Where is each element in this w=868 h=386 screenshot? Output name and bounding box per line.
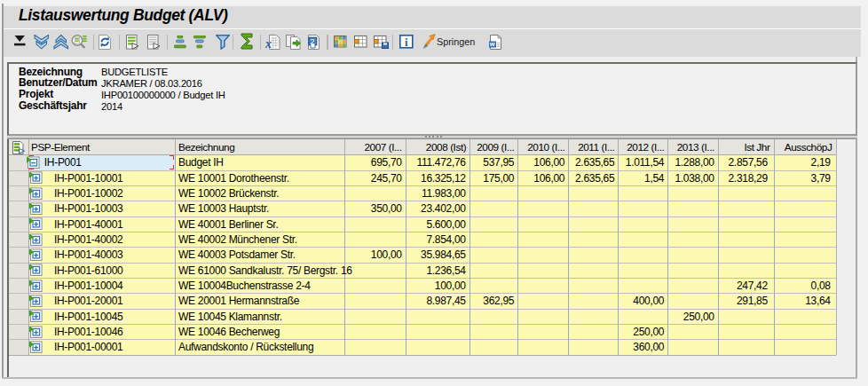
- svg-text:x: x: [265, 37, 272, 50]
- svg-text:i: i: [405, 35, 408, 48]
- svg-text:w: w: [488, 40, 494, 48]
